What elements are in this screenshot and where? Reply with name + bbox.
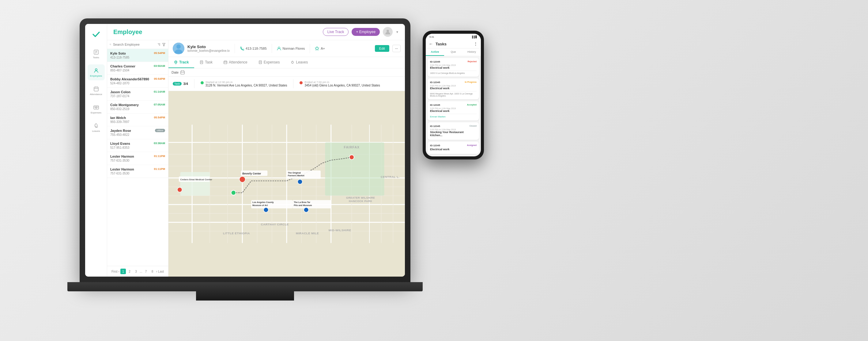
selected-employee-avatar xyxy=(173,42,184,54)
phone-task-card[interactable]: ID:12345 Accepted 3:00 PM on 11th May 20… xyxy=(428,101,479,120)
page-7[interactable]: 7 xyxy=(143,268,149,274)
pagination-last[interactable]: Last xyxy=(158,270,164,273)
sidebar-item-leaves[interactable]: Leaves xyxy=(88,120,105,136)
sidebar-item-attendance[interactable]: Attendance xyxy=(88,83,105,99)
phone-time: 9:41 xyxy=(429,35,434,38)
task-count: 3/4 xyxy=(183,82,188,86)
employee-time: 05:54PM xyxy=(154,116,165,119)
svg-line-15 xyxy=(111,45,111,45)
task-id: ID:12345 xyxy=(430,104,440,106)
laptop-stand xyxy=(196,291,294,301)
employee-time: 01:14AM xyxy=(154,90,165,93)
map-container: FAIRFAX GREATER WILSHIRE HANCOCK PARK CE… xyxy=(168,91,405,277)
selected-employee-name: Kyle Soto xyxy=(187,45,230,49)
started-address: 3128 N. Vermont Ave Los Angeles, CA 9002… xyxy=(206,84,287,87)
employee-name: Cole Montgomery xyxy=(110,103,139,107)
page-title: Employee xyxy=(113,29,142,35)
calendar-icon xyxy=(224,60,227,64)
sidebar-tasks-label: Tasks xyxy=(93,56,99,59)
employee-time: 03:50AM xyxy=(154,64,165,67)
phone-back-button[interactable]: ← xyxy=(429,41,433,46)
svg-point-14 xyxy=(110,44,111,45)
task-badge: Task xyxy=(173,82,182,86)
list-item[interactable]: Lloyd Evans 517-951-8353 03:38AM xyxy=(107,139,168,152)
svg-point-4 xyxy=(95,69,97,70)
employee-phone: 737-187-0174 xyxy=(110,94,130,98)
list-item[interactable]: Jason Colon 737-187-0174 01:14AM xyxy=(107,88,168,101)
task-status: Assigned xyxy=(467,144,476,147)
phone-screen: 9:41 ▐▐ ▊ ← Tasks ⋮ Active Que History xyxy=(426,34,481,157)
tab-task[interactable]: Task xyxy=(194,57,218,68)
svg-text:MID-WILSHIRE: MID-WILSHIRE xyxy=(329,228,351,232)
filter-icon xyxy=(162,42,166,46)
task-status: Rejected xyxy=(468,60,476,63)
list-item[interactable]: Lester Harmon 757-631-3530 01:11PM xyxy=(107,165,168,178)
phone-task-card[interactable]: ID:12345 In Progress 3:00 PM on 11th May… xyxy=(428,79,479,100)
employee-name: Bobby Alexander567890 xyxy=(110,77,149,81)
phone-task-card[interactable]: ID:12345 Rejected 3:00 PM on 11th May 20… xyxy=(428,58,479,77)
sidebar-item-expenses[interactable]: Expenses xyxy=(88,101,105,117)
phone-icon xyxy=(240,46,244,51)
add-employee-button[interactable]: + Employee xyxy=(351,28,380,36)
phone-task-card[interactable]: ID:12345 Closed 3:00 PM on 11th May 2019… xyxy=(428,122,479,140)
svg-text:Pits and Museum: Pits and Museum xyxy=(294,204,312,207)
employee-time: 05:54PM xyxy=(154,52,165,55)
divider xyxy=(310,44,310,53)
pagination: First ‹ 1 2 3 ... 7 8 › Last xyxy=(107,266,168,277)
location-icon xyxy=(174,60,178,64)
svg-point-90 xyxy=(304,208,308,212)
employee-supervisor-name: Norman Flores xyxy=(283,47,305,50)
tab-attendence-label: Attendence xyxy=(229,60,247,64)
sidebar-item-employees[interactable]: Employees xyxy=(88,64,105,80)
list-item[interactable]: Cole Montgomery 850-832-2519 07:05AM xyxy=(107,101,168,113)
svg-rect-64 xyxy=(180,172,210,196)
phone-tab-active[interactable]: Active xyxy=(426,49,444,56)
task-status: In Progress xyxy=(465,81,476,84)
date-row: Date xyxy=(168,68,405,77)
task-type: Electrical work xyxy=(430,110,476,113)
pagination-next[interactable]: › xyxy=(156,269,157,273)
employee-supervisor-block: Norman Flores xyxy=(277,46,305,51)
svg-text:FAIRFAX: FAIRFAX xyxy=(344,145,360,149)
avatar-chevron: ▼ xyxy=(396,30,399,34)
list-item[interactable]: Lester Harmon 757-631-3530 01:11PM xyxy=(107,152,168,165)
task-name-link[interactable]: Emrari Marten xyxy=(430,115,476,118)
edit-button[interactable]: Edit xyxy=(375,45,389,52)
task-count-item: Task 3/4 xyxy=(173,82,188,86)
live-track-button[interactable]: Live Track xyxy=(323,28,349,36)
date-label: Date xyxy=(172,70,179,74)
track-info-bar: Task 3/4 Started at 12:30 pm in 3128 xyxy=(168,77,405,91)
employee-time: 01:11PM xyxy=(154,154,165,158)
page-3[interactable]: 3 xyxy=(133,268,139,274)
selected-employee-info: Kyle Soto tommie_boehm@evangeline.tv xyxy=(187,45,230,52)
sidebar: Tasks Employees xyxy=(85,24,107,277)
page-1[interactable]: 1 xyxy=(120,268,126,274)
task-date: 3:00 PM on 11th May 2019 xyxy=(430,64,476,66)
sidebar-item-tasks[interactable]: Tasks xyxy=(88,46,105,62)
phone-tab-que[interactable]: Que xyxy=(444,49,463,56)
tab-leaves[interactable]: Leaves xyxy=(285,57,313,68)
list-item[interactable]: Ian Welch 993-339-7897 05:54PM xyxy=(107,113,168,126)
employee-phone: 993-339-7897 xyxy=(110,120,129,123)
tab-attendence[interactable]: Attendence xyxy=(218,57,253,68)
phone-menu-button[interactable]: ⋮ xyxy=(473,41,478,46)
svg-point-21 xyxy=(177,45,181,49)
phone-task-card[interactable]: ID:12345 Assigned Electrical work xyxy=(428,142,479,154)
date-picker-icon[interactable] xyxy=(180,70,185,75)
list-item[interactable]: Charles Conner 893-487-1504 03:50AM xyxy=(107,62,168,75)
laptop-base xyxy=(67,282,423,291)
user-avatar[interactable] xyxy=(383,27,393,37)
phone-header: ← Tasks ⋮ xyxy=(426,39,481,49)
page-8[interactable]: 8 xyxy=(150,268,155,274)
more-button[interactable]: ··· xyxy=(392,45,401,52)
phone-tab-history[interactable]: History xyxy=(463,49,481,56)
tab-expenses[interactable]: Expenses xyxy=(253,57,285,68)
list-item[interactable]: Bobby Alexander567890 524-482-1870 05:54… xyxy=(107,75,168,88)
pagination-first[interactable]: First xyxy=(112,270,117,273)
list-item[interactable]: Jayden Rose 755-450-4822 offline xyxy=(107,126,168,139)
page-2[interactable]: 2 xyxy=(127,268,132,274)
pagination-prev[interactable]: ‹ xyxy=(118,269,119,273)
list-item[interactable]: Kyle Soto 413-118-7585 05:54PM xyxy=(107,49,168,62)
tab-track[interactable]: Track xyxy=(168,57,194,68)
search-input[interactable] xyxy=(113,42,155,46)
